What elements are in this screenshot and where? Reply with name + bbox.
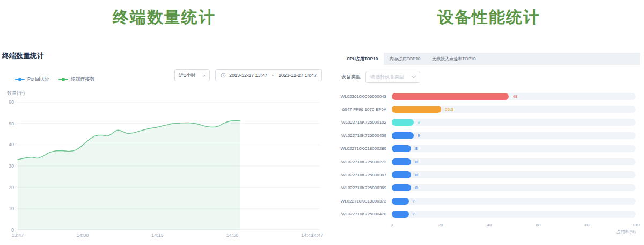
- bar-category-label: WL022710K725000409: [334, 133, 392, 138]
- y-axis-name: 数量(个): [7, 90, 25, 96]
- bar-row: WL022710K7250003698: [334, 182, 636, 194]
- x-tick-label: 14:47: [311, 233, 324, 238]
- y-tick-label: 20: [9, 185, 14, 190]
- y-tick-label: 10: [9, 206, 14, 211]
- bar-value-label: 9: [418, 120, 420, 125]
- tab-cpu-top10[interactable]: CPU占用TOP10: [341, 53, 384, 65]
- legend-label: Portal认证: [27, 76, 50, 83]
- performance-tabs: CPU占用TOP10 内存占用TOP10 无线接入点速率TOP10: [341, 53, 640, 65]
- bar-fill: [392, 158, 411, 165]
- y-tick-label: 60: [9, 99, 14, 105]
- bar-category-label: WL022710K725000272: [334, 160, 392, 164]
- bar-track: 20.3: [392, 106, 636, 113]
- x-tick-label: 40: [487, 222, 492, 227]
- terminal-chart-title: 终端数量统计: [2, 51, 44, 61]
- bar-category-label: WL023610KC06000043: [334, 94, 392, 99]
- bar-category-label: WL022710K725000307: [334, 172, 392, 177]
- terminal-count-panel: 终端数量统计 终端数量统计 近1小时 2023-12-27 13:47 - 20…: [0, 0, 328, 245]
- time-range-select[interactable]: 近1小时: [174, 69, 210, 81]
- bar-row: WL023610KC0600004348: [334, 90, 636, 103]
- bar-row: 6047-FF96-1070-EF0A20.3: [334, 103, 636, 116]
- bar-category-label: WL022710K725000102: [334, 120, 392, 125]
- bar-row: WL022710K7250004707: [334, 208, 636, 221]
- bar-value-label: 48: [513, 94, 517, 99]
- x-tick-label: 100: [632, 222, 639, 227]
- bar-value-label: 7: [413, 199, 415, 204]
- device-type-placeholder: 请选择设备类型: [370, 74, 404, 81]
- date-range-end: 2023-12-27 14:47: [279, 73, 317, 78]
- bar-value-label: 8: [415, 172, 417, 177]
- bar-category-label: WL022710KC18000372: [334, 199, 392, 204]
- bar-track: 8: [392, 145, 636, 152]
- bar-fill: [392, 119, 414, 126]
- chart-controls: 近1小时 2023-12-27 13:47 - 2023-12-27 14:47: [174, 69, 322, 81]
- bar-value-label: 8: [415, 185, 417, 190]
- legend-item-terminal-connections[interactable]: 终端连接数: [58, 76, 95, 83]
- bar-value-label: 9: [418, 133, 420, 138]
- bar-fill: [392, 198, 409, 205]
- bar-value-label: 8: [415, 146, 417, 151]
- legend-marker-icon: [15, 79, 25, 80]
- area-fill: [18, 121, 240, 230]
- date-range-picker[interactable]: 2023-12-27 13:47 - 2023-12-27 14:47: [215, 69, 322, 81]
- bar-fill: [392, 132, 414, 139]
- x-tick-label: 14:15: [151, 233, 164, 238]
- cpu-bar-chart: WL023610KC06000043486047-FF96-1070-EF0A2…: [334, 90, 644, 221]
- device-type-select[interactable]: 请选择设备类型: [365, 71, 420, 83]
- bar-row: WL022710K7250003078: [334, 168, 636, 181]
- bar-track: 9: [392, 132, 636, 139]
- line-chart-legend: Portal认证 终端连接数: [15, 76, 95, 83]
- bar-fill: [392, 145, 411, 152]
- bar-fill: [392, 184, 411, 191]
- chevron-down-icon: [412, 74, 416, 78]
- x-tick-label: 14:30: [226, 233, 239, 238]
- x-tick-label: 14:00: [77, 233, 89, 238]
- y-tick-label: 50: [9, 121, 14, 126]
- bar-row: WL022710K7250001029: [334, 116, 636, 129]
- bar-fill: [392, 171, 411, 178]
- terminal-count-heading: 终端数量统计: [0, 6, 328, 28]
- date-range-start: 2023-12-27 13:47: [229, 73, 267, 78]
- device-type-label: 设备类型: [341, 74, 361, 81]
- bar-fill: [392, 211, 409, 218]
- x-tick-label: 20: [438, 222, 443, 227]
- clock-icon: [221, 73, 226, 78]
- chevron-down-icon: [202, 72, 206, 76]
- terminal-line-chart: 0102030405060数量(个)13:4714:0014:1514:3014…: [0, 90, 327, 243]
- bar-track: 7: [392, 211, 636, 218]
- bar-track: 7: [392, 198, 636, 205]
- tab-wireless-ap-rate-top10[interactable]: 无线接入点速率TOP10: [426, 53, 481, 65]
- bar-track: 8: [392, 184, 636, 191]
- y-tick-label: 30: [9, 163, 14, 169]
- bar-track: 48: [392, 93, 636, 100]
- date-range-separator: -: [270, 73, 275, 78]
- bar-track: 8: [392, 158, 636, 165]
- bar-axis-name: 占用率(%): [617, 229, 636, 235]
- bar-value-label: 20.3: [445, 107, 453, 112]
- bar-category-label: WL022710K725000470: [334, 212, 392, 217]
- bar-value-label: 8: [415, 160, 417, 164]
- legend-marker-icon: [58, 79, 68, 80]
- bar-category-label: WL022710KC18000280: [334, 146, 392, 151]
- legend-item-portal-auth[interactable]: Portal认证: [15, 76, 50, 83]
- cpu-bar-axis: 占用率(%) 020406080100: [392, 222, 636, 236]
- x-tick-label: 60: [536, 222, 541, 227]
- y-tick-label: 0: [11, 227, 14, 233]
- device-performance-panel: 设备性能统计 CPU占用TOP10 内存占用TOP10 无线接入点速率TOP10…: [334, 0, 644, 245]
- bar-value-label: 7: [413, 212, 415, 217]
- bar-track: 9: [392, 119, 636, 126]
- bar-category-label: 6047-FF96-1070-EF0A: [334, 107, 392, 112]
- legend-label: 终端连接数: [71, 76, 95, 83]
- bar-fill: [392, 93, 509, 100]
- bar-row: WL022710KC180003727: [334, 194, 636, 207]
- device-type-row: 设备类型 请选择设备类型: [341, 71, 420, 83]
- y-tick-label: 40: [9, 142, 14, 147]
- time-range-value: 近1小时: [179, 72, 196, 79]
- device-performance-heading: 设备性能统计: [334, 6, 644, 28]
- tab-memory-top10[interactable]: 内存占用TOP10: [384, 53, 426, 65]
- bar-track: 8: [392, 171, 636, 178]
- bar-row: WL022710KC180002808: [334, 142, 636, 155]
- x-tick-label: 0: [391, 222, 393, 227]
- bar-row: WL022710K7250004099: [334, 129, 636, 142]
- bar-category-label: WL022710K725000369: [334, 185, 392, 190]
